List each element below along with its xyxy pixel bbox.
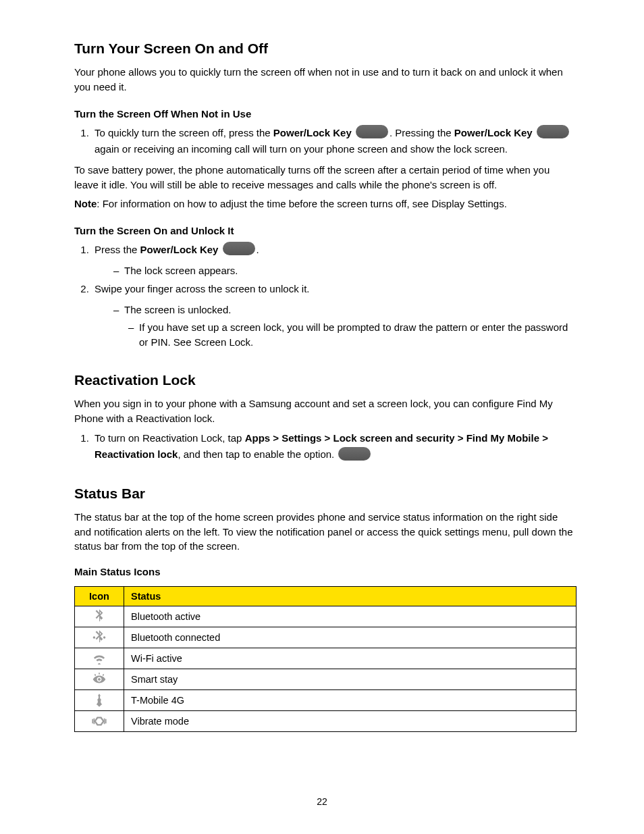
th-icon: Icon (75, 586, 124, 606)
table-row: Smart stay (75, 669, 576, 689)
table-row: Bluetooth connected (75, 627, 576, 648)
tmobile-4g-icon (75, 689, 124, 710)
table-row: T-Mobile 4G (75, 689, 576, 710)
cell-status: T-Mobile 4G (124, 689, 576, 710)
toggle-key-icon (338, 447, 371, 461)
intro-sleep: Your phone allows you to quickly turn th… (74, 65, 576, 95)
bluetooth-connected-icon (75, 627, 124, 648)
para-idle: To save battery power, the phone automat… (74, 163, 576, 192)
step-screen-on-2-sub: If you have set up a screen lock, you wi… (128, 320, 576, 350)
heading-statusbar: Status Bar (74, 486, 576, 502)
page-number: 22 (0, 796, 644, 807)
table-row: Wi-Fi active (75, 648, 576, 669)
power-key-icon (223, 242, 255, 255)
step-screen-off-1: To quickly turn the screen off, press th… (92, 125, 576, 157)
svg-point-0 (93, 636, 95, 638)
heading-reactivation: Reactivation Lock (74, 372, 576, 388)
bluetooth-icon (75, 606, 124, 627)
steps-screen-off: To quickly turn the screen off, press th… (74, 125, 576, 157)
table-row: Vibrate mode (75, 710, 576, 731)
note-display-settings: Note: For information on how to adjust t… (74, 197, 576, 211)
step-reactivation-1: To turn on Reactivation Lock, tap Apps >… (92, 430, 576, 463)
vibrate-icon (75, 710, 124, 731)
cell-status: Wi-Fi active (124, 648, 576, 669)
steps-reactivation: To turn on Reactivation Lock, tap Apps >… (74, 430, 576, 463)
subheading-screen-on: Turn the Screen On and Unlock It (74, 224, 576, 238)
section-statusbar: Status Bar The status bar at the top of … (74, 486, 576, 732)
power-key-icon (537, 125, 569, 138)
table-row: Bluetooth active (75, 606, 576, 627)
step-screen-on-1: Press the Power/Lock Key . The lock scre… (92, 242, 576, 278)
svg-point-1 (103, 636, 105, 638)
subheading-main-icons: Main Status Icons (74, 565, 576, 579)
status-icons-table: Icon Status Bluetooth active Bluetooth c… (74, 586, 576, 732)
th-status: Status (124, 586, 576, 606)
cell-status: Smart stay (124, 669, 576, 689)
cell-status: Bluetooth active (124, 606, 576, 627)
smart-stay-icon (75, 669, 124, 689)
step-screen-on-2: Swipe your finger across the screen to u… (92, 281, 576, 349)
heading-sleep: Turn Your Screen On and Off (74, 41, 576, 57)
step-screen-on-1-result: The lock screen appears. (113, 263, 576, 278)
subheading-screen-off: Turn the Screen Off When Not in Use (74, 107, 576, 122)
section-sleep: Turn Your Screen On and Off Your phone a… (74, 41, 576, 349)
steps-screen-on: Press the Power/Lock Key . The lock scre… (74, 242, 576, 349)
cell-status: Vibrate mode (124, 710, 576, 731)
intro-reactivation: When you sign in to your phone with a Sa… (74, 396, 576, 426)
section-reactivation: Reactivation Lock When you sign in to yo… (74, 372, 576, 463)
power-key-icon (356, 125, 388, 138)
intro-statusbar: The status bar at the top of the home sc… (74, 510, 576, 554)
step-screen-on-2-result: The screen is unlocked. (113, 303, 576, 317)
cell-status: Bluetooth connected (124, 627, 576, 648)
wifi-icon (75, 648, 124, 669)
